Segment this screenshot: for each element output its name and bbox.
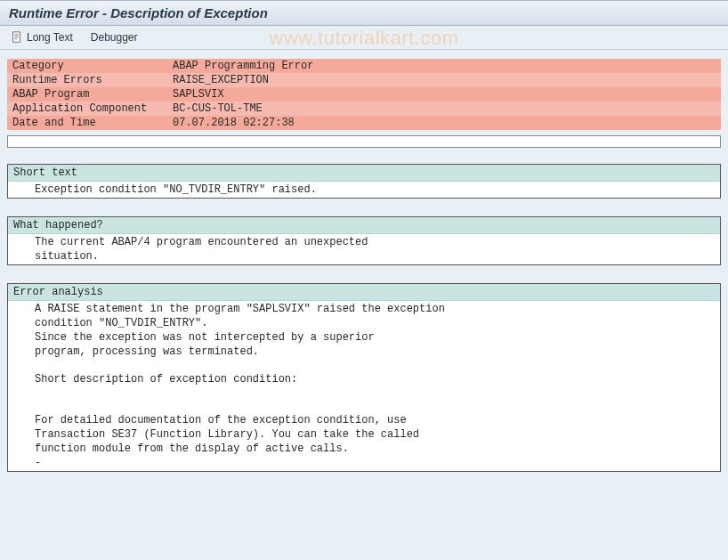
section-body: A RAISE statement in the program "SAPLSV… (8, 301, 720, 471)
text-line: - (8, 456, 720, 470)
document-icon (11, 31, 23, 44)
text-line (8, 359, 720, 372)
text-line: A RAISE statement in the program "SAPLSV… (8, 302, 720, 316)
info-value: 07.07.2018 02:27:38 (167, 116, 721, 130)
text-line: condition "NO_TVDIR_ENTRY". (8, 316, 720, 330)
section-body: The current ABAP/4 program encountered a… (8, 234, 720, 264)
text-line: The current ABAP/4 program encountered a… (8, 235, 720, 249)
toolbar: Long Text Debugger (0, 26, 728, 50)
info-label: Application Component (7, 101, 167, 116)
table-row: Category ABAP Programming Error (7, 59, 721, 73)
divider (7, 135, 721, 148)
info-value: RAISE_EXCEPTION (167, 73, 721, 87)
table-row: ABAP Program SAPLSVIX (7, 87, 721, 101)
section-header: Error analysis (8, 284, 720, 301)
title-bar: Runtime Error - Description of Exception (0, 0, 728, 26)
info-label: Date and Time (7, 116, 167, 130)
info-label: Runtime Errors (7, 73, 167, 87)
table-row: Date and Time 07.07.2018 02:27:38 (7, 116, 721, 130)
text-line: Since the exception was not intercepted … (8, 330, 720, 345)
text-line: program, processing was terminated. (8, 345, 720, 359)
long-text-button[interactable]: Long Text (7, 29, 77, 45)
text-line: situation. (8, 249, 720, 264)
text-line: For detailed documentation of the except… (8, 413, 720, 427)
debugger-button[interactable]: Debugger (87, 29, 142, 45)
info-value: BC-CUS-TOL-TME (167, 101, 721, 116)
section-header: What happened? (8, 217, 720, 234)
short-text-section: Short text Exception condition "NO_TVDIR… (7, 164, 721, 199)
long-text-label: Long Text (27, 31, 73, 44)
info-label: Category (7, 59, 167, 73)
table-row: Runtime Errors RAISE_EXCEPTION (7, 73, 721, 87)
text-line (8, 386, 720, 400)
info-value: ABAP Programming Error (167, 59, 721, 73)
info-table: Category ABAP Programming Error Runtime … (7, 59, 721, 130)
info-value: SAPLSVIX (167, 87, 721, 101)
page-title: Runtime Error - Description of Exception (9, 5, 719, 20)
text-line: Short description of exception condition… (8, 372, 720, 386)
section-body: Exception condition "NO_TVDIR_ENTRY" rai… (8, 182, 720, 198)
text-line: Transaction SE37 (Function Library). You… (8, 427, 720, 442)
info-label: ABAP Program (7, 87, 167, 101)
table-row: Application Component BC-CUS-TOL-TME (7, 101, 721, 116)
section-header: Short text (8, 165, 720, 182)
text-line (8, 400, 720, 413)
text-line: Exception condition "NO_TVDIR_ENTRY" rai… (8, 183, 720, 197)
what-happened-section: What happened? The current ABAP/4 progra… (7, 216, 721, 265)
content-area: Category ABAP Programming Error Runtime … (0, 50, 728, 499)
error-analysis-section: Error analysis A RAISE statement in the … (7, 283, 721, 472)
text-line: function module from the display of acti… (8, 442, 720, 456)
debugger-label: Debugger (91, 31, 138, 44)
